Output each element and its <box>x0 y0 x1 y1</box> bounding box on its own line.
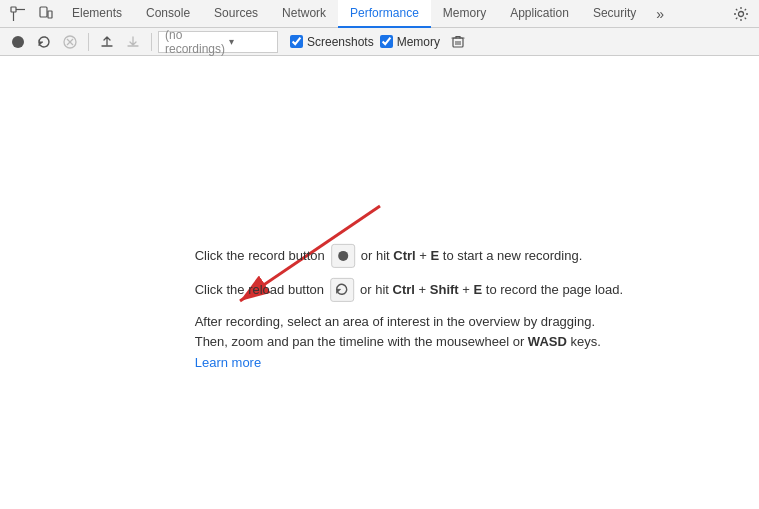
tab-application[interactable]: Application <box>498 0 581 28</box>
instruction-record-before: Click the record button <box>195 246 325 266</box>
instruction-reload-row: Click the reload button or hit Ctrl + Sh… <box>195 277 635 301</box>
instruction-line1: After recording, select an area of inter… <box>195 313 595 328</box>
memory-checkbox-label[interactable]: Memory <box>380 35 440 49</box>
tab-console[interactable]: Console <box>134 0 202 28</box>
tab-sources[interactable]: Sources <box>202 0 270 28</box>
instruction-para: After recording, select an area of inter… <box>195 311 635 373</box>
tab-list: Elements Console Sources Network Perform… <box>60 0 672 28</box>
svg-rect-4 <box>48 11 52 18</box>
recordings-dropdown[interactable]: (no recordings) ▾ <box>158 31 278 53</box>
wasd-key: WASD <box>528 334 567 349</box>
instruction-line2: Then, zoom and pan the timeline with the… <box>195 334 601 349</box>
svg-rect-3 <box>40 7 47 17</box>
instruction-record-key-combo: or hit Ctrl + E to start a new recording… <box>361 246 582 266</box>
devtools-device-button[interactable] <box>32 0 60 28</box>
clear-button[interactable] <box>446 30 470 54</box>
record-inline-icon <box>331 243 355 267</box>
toolbar-separator-2 <box>151 33 152 51</box>
stop-button[interactable] <box>58 30 82 54</box>
memory-label: Memory <box>397 35 440 49</box>
devtools-icons <box>4 0 60 28</box>
instruction-reload-before: Click the reload button <box>195 280 324 300</box>
tab-memory[interactable]: Memory <box>431 0 498 28</box>
tab-overflow-button[interactable]: » <box>648 0 672 28</box>
memory-checkbox[interactable] <box>380 35 393 48</box>
screenshots-label: Screenshots <box>307 35 374 49</box>
svg-rect-0 <box>11 7 16 12</box>
screenshots-checkbox-label[interactable]: Screenshots <box>290 35 374 49</box>
instruction-reload-key-combo: or hit Ctrl + Shift + E to record the pa… <box>360 280 623 300</box>
tab-bar: Elements Console Sources Network Perform… <box>0 0 759 28</box>
learn-more-link[interactable]: Learn more <box>195 355 261 370</box>
main-content: Click the record button or hit Ctrl + E … <box>0 56 759 509</box>
performance-toolbar: (no recordings) ▾ Screenshots Memory <box>0 28 759 56</box>
svg-point-6 <box>12 36 24 48</box>
download-button[interactable] <box>121 30 145 54</box>
toolbar-separator-1 <box>88 33 89 51</box>
reload-inline-icon <box>330 277 354 301</box>
upload-button[interactable] <box>95 30 119 54</box>
svg-point-15 <box>338 250 348 260</box>
record-button[interactable] <box>6 30 30 54</box>
tab-security[interactable]: Security <box>581 0 648 28</box>
tab-performance[interactable]: Performance <box>338 0 431 28</box>
instruction-box: Click the record button or hit Ctrl + E … <box>195 243 635 373</box>
screenshots-checkbox[interactable] <box>290 35 303 48</box>
instruction-record-row: Click the record button or hit Ctrl + E … <box>195 243 635 267</box>
svg-point-5 <box>739 11 744 16</box>
tab-network[interactable]: Network <box>270 0 338 28</box>
recordings-placeholder: (no recordings) <box>165 28 225 56</box>
reload-record-button[interactable] <box>32 30 56 54</box>
tab-elements[interactable]: Elements <box>60 0 134 28</box>
dropdown-arrow-icon: ▾ <box>229 36 271 47</box>
settings-button[interactable] <box>727 0 755 28</box>
devtools-inspect-button[interactable] <box>4 0 32 28</box>
